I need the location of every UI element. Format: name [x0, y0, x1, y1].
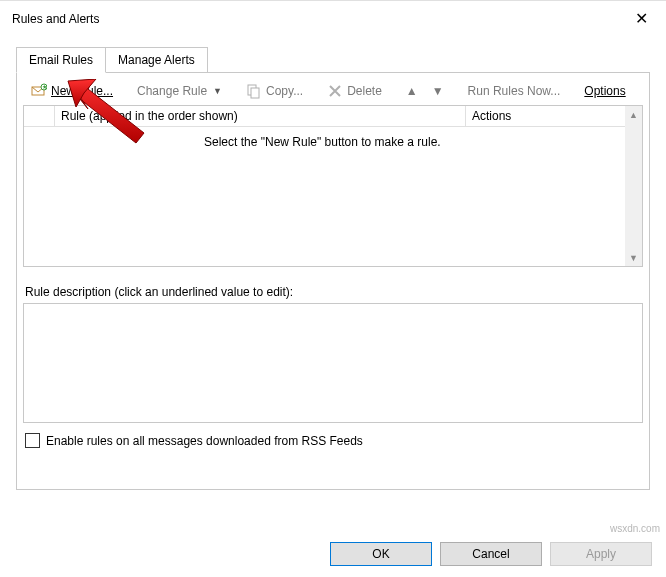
rules-and-alerts-dialog: Rules and Alerts ✕ Email Rules Manage Al… — [0, 0, 666, 577]
delete-label: Delete — [347, 84, 382, 98]
tab-strip: Email Rules Manage Alerts — [16, 46, 650, 72]
scroll-down-icon[interactable]: ▼ — [625, 249, 642, 266]
apply-button: Apply — [550, 542, 652, 566]
tab-email-rules[interactable]: Email Rules — [16, 47, 106, 73]
move-up-button[interactable]: ▲ — [400, 82, 424, 100]
options-button[interactable]: Options — [578, 82, 631, 100]
window-title: Rules and Alerts — [12, 12, 99, 26]
titlebar: Rules and Alerts ✕ — [0, 1, 666, 36]
apply-label: Apply — [586, 547, 616, 561]
move-down-button[interactable]: ▼ — [426, 82, 450, 100]
column-rule-label: Rule (applied in the order shown) — [61, 109, 238, 123]
tab-panel: ★ New Rule... Change Rule ▼ — [16, 72, 650, 490]
rss-checkbox[interactable] — [25, 433, 40, 448]
change-rule-label: Change Rule — [137, 84, 207, 98]
rss-checkbox-row[interactable]: Enable rules on all messages downloaded … — [25, 433, 641, 448]
dialog-body: Email Rules Manage Alerts ★ — [0, 36, 666, 490]
new-rule-icon: ★ — [31, 83, 47, 99]
options-label: Options — [584, 84, 625, 98]
ok-button[interactable]: OK — [330, 542, 432, 566]
column-rule[interactable]: Rule (applied in the order shown) — [55, 106, 466, 126]
rss-checkbox-label: Enable rules on all messages downloaded … — [46, 434, 363, 448]
cancel-label: Cancel — [472, 547, 509, 561]
run-rules-now-label: Run Rules Now... — [468, 84, 561, 98]
column-actions-label: Actions — [472, 109, 511, 123]
toolbar: ★ New Rule... Change Rule ▼ — [23, 79, 643, 105]
svg-text:★: ★ — [42, 84, 47, 90]
change-rule-button[interactable]: Change Rule ▼ — [131, 82, 228, 100]
delete-button[interactable]: Delete — [321, 81, 388, 101]
column-headers: Rule (applied in the order shown) Action… — [24, 106, 642, 127]
close-button[interactable]: ✕ — [627, 7, 656, 30]
tab-manage-alerts[interactable]: Manage Alerts — [105, 47, 208, 73]
chevron-down-icon: ▼ — [213, 86, 222, 96]
copy-button[interactable]: Copy... — [240, 81, 309, 101]
button-bar: OK Cancel Apply — [330, 542, 652, 566]
column-checkbox[interactable] — [24, 106, 55, 126]
rule-description-label: Rule description (click an underlined va… — [25, 285, 641, 299]
cancel-button[interactable]: Cancel — [440, 542, 542, 566]
new-rule-button[interactable]: ★ New Rule... — [25, 81, 119, 101]
tab-email-rules-label: Email Rules — [29, 53, 93, 67]
run-rules-now-button[interactable]: Run Rules Now... — [462, 82, 567, 100]
delete-icon — [327, 83, 343, 99]
scroll-up-icon[interactable]: ▲ — [625, 106, 642, 123]
rules-list: Rule (applied in the order shown) Action… — [23, 105, 643, 267]
column-actions[interactable]: Actions — [466, 106, 642, 126]
rule-description-box — [23, 303, 643, 423]
empty-list-message: Select the "New Rule" button to make a r… — [24, 127, 642, 149]
arrow-down-icon: ▼ — [432, 84, 444, 98]
watermark: wsxdn.com — [610, 523, 660, 534]
copy-icon — [246, 83, 262, 99]
tab-manage-alerts-label: Manage Alerts — [118, 53, 195, 67]
vertical-scrollbar[interactable]: ▲ ▼ — [625, 106, 642, 266]
ok-label: OK — [372, 547, 389, 561]
svg-rect-4 — [251, 88, 259, 98]
arrow-up-icon: ▲ — [406, 84, 418, 98]
new-rule-label: New Rule... — [51, 84, 113, 98]
copy-label: Copy... — [266, 84, 303, 98]
